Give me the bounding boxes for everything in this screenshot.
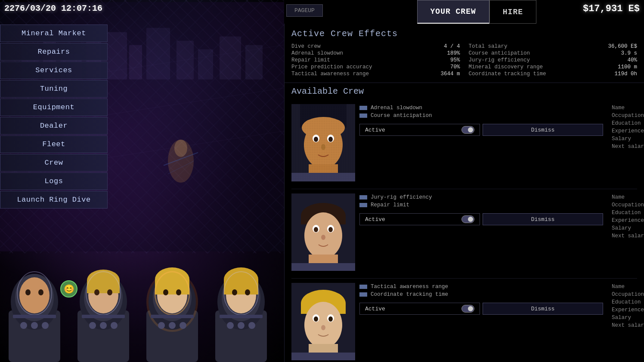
toggle-1[interactable] <box>461 215 474 223</box>
money-display: $17,931 E$ <box>583 3 640 14</box>
svg-point-43 <box>111 322 118 329</box>
active-toggle-2[interactable]: Active <box>359 303 480 315</box>
sidebar-item-launch-ring-dive[interactable]: Launch Ring Dive <box>0 191 108 209</box>
crew-effects-section: Active Crew Effects Dive crew 4 / 4 Adre… <box>285 24 644 83</box>
effect-coord-tracking: Coordinate tracking time 119d 0h <box>469 71 638 77</box>
svg-rect-10 <box>220 37 241 80</box>
crew-abilities-0: Adrenal slowdown Course anticipation Act… <box>355 104 607 184</box>
crew-stats-0: NameCaleb Schmidt OccupationPilot Educat… <box>607 104 644 184</box>
crew-portrait-2 <box>291 283 355 360</box>
svg-point-68 <box>227 322 234 329</box>
crew-actions-0: Active Dismiss <box>359 124 603 136</box>
svg-point-41 <box>89 322 96 329</box>
top-bar: 2276/03/20 12:07:16 PAGEUP Your Crew Hir… <box>0 0 644 24</box>
sidebar: Mineral Market Repairs Services Tuning E… <box>0 24 112 209</box>
dismiss-button-2[interactable]: Dismiss <box>483 303 603 315</box>
ability-row-0-0: Adrenal slowdown <box>359 104 603 112</box>
dismiss-button-0[interactable]: Dismiss <box>483 124 603 136</box>
crew-portrait-1 <box>291 193 355 271</box>
svg-point-25 <box>38 289 43 295</box>
active-toggle-0[interactable]: Active <box>359 124 480 136</box>
crew-actions-2: Active Dismiss <box>359 303 603 315</box>
crew-portrait-0 <box>291 104 355 181</box>
svg-rect-63 <box>224 279 258 295</box>
main-panel: Active Crew Effects Dive crew 4 / 4 Adre… <box>284 24 644 362</box>
active-toggle-1[interactable]: Active <box>359 213 480 225</box>
sidebar-item-crew[interactable]: Crew <box>0 154 108 172</box>
svg-point-24 <box>25 289 31 295</box>
effects-right-col: Total salary 36,600 E$ Course anticipati… <box>469 43 638 77</box>
portrait-2 <box>69 242 138 362</box>
svg-point-28 <box>20 322 27 329</box>
svg-point-99 <box>314 227 318 232</box>
sidebar-item-mineral-market[interactable]: Mineral Market <box>0 25 108 42</box>
sidebar-item-dealer[interactable]: Dealer <box>0 117 108 135</box>
sidebar-item-tuning[interactable]: Tuning <box>0 80 108 98</box>
svg-rect-36 <box>87 280 120 293</box>
svg-point-122 <box>328 316 333 322</box>
portrait-4 <box>207 242 276 362</box>
svg-point-29 <box>31 322 38 329</box>
svg-point-23 <box>19 277 50 313</box>
svg-rect-11 <box>245 45 263 80</box>
tab-your-crew[interactable]: Your Crew <box>417 0 489 24</box>
crew-card-2: Tactical awareness range Coordinate trac… <box>291 279 637 362</box>
tab-hire[interactable]: Hire <box>489 0 536 24</box>
ability-icon-1-1 <box>359 203 367 207</box>
crew-card-0: Adrenal slowdown Course anticipation Act… <box>291 100 637 189</box>
toggle-0[interactable] <box>461 126 474 134</box>
effect-dive-crew: Dive crew 4 / 4 <box>291 43 460 50</box>
effect-total-salary: Total salary 36,600 E$ <box>469 43 638 50</box>
svg-point-38 <box>107 289 112 295</box>
svg-rect-54 <box>151 315 194 318</box>
ability-row-2-0: Tactical awareness range <box>359 283 603 291</box>
sidebar-item-services[interactable]: Services <box>0 61 108 79</box>
effect-course-anticipation: Course anticipation 3.9 s <box>469 50 638 57</box>
svg-rect-7 <box>146 28 170 80</box>
svg-point-69 <box>238 322 245 329</box>
svg-rect-104 <box>291 263 355 271</box>
svg-point-120 <box>314 316 318 322</box>
crew-stats-1: NameLeona Blackwell OccupationMechanic E… <box>607 193 644 274</box>
svg-point-101 <box>328 227 333 232</box>
svg-point-30 <box>42 322 49 329</box>
datetime-display: 2276/03/20 12:07:16 <box>4 3 102 13</box>
effect-jury-rig: Jury-rig efficiency 40% <box>469 57 638 64</box>
toggle-2[interactable] <box>461 305 474 313</box>
available-crew-section: Available Crew <box>285 83 644 362</box>
character-portraits <box>0 224 284 362</box>
dismiss-button-1[interactable]: Dismiss <box>483 213 603 225</box>
svg-point-51 <box>163 289 168 295</box>
ability-icon-2-0 <box>359 285 367 289</box>
sidebar-item-repairs[interactable]: Repairs <box>0 43 108 61</box>
svg-point-65 <box>245 289 250 295</box>
svg-point-17 <box>174 140 187 157</box>
sidebar-item-fleet[interactable]: Fleet <box>0 135 108 153</box>
svg-point-37 <box>94 289 99 295</box>
pageup-button[interactable]: PAGEUP <box>286 4 323 17</box>
effects-left-col: Dive crew 4 / 4 Adrenal slowdown 189% Re… <box>291 43 460 77</box>
svg-point-102 <box>321 235 325 240</box>
portrait-1 <box>0 242 69 362</box>
ability-icon-2-1 <box>359 292 367 297</box>
effect-tactical-range: Tactical awareness range 3644 m <box>291 71 460 77</box>
crew-stats-2: NameLevi Suen OccupationAstrogator Educa… <box>607 283 644 362</box>
crew-card-1: Jury-rig efficiency Repair limit Active <box>291 189 637 279</box>
effect-price-prediction: Price prediction accuracy 70% <box>291 64 460 71</box>
effect-adrenal-slowdown: Adrenal slowdown 189% <box>291 50 460 57</box>
effect-repair-limit: Repair limit 95% <box>291 57 460 64</box>
portrait-3 <box>138 242 207 362</box>
svg-rect-67 <box>220 315 263 318</box>
effects-columns: Dive crew 4 / 4 Adrenal slowdown 189% Re… <box>291 43 637 77</box>
svg-point-64 <box>232 289 237 295</box>
svg-rect-82 <box>291 104 355 181</box>
ability-icon-0-1 <box>359 114 367 118</box>
svg-point-123 <box>321 325 325 330</box>
crew-abilities-2: Tactical awareness range Coordinate trac… <box>355 283 607 362</box>
available-crew-title: Available Crew <box>291 86 637 96</box>
ability-icon-0-0 <box>359 106 367 110</box>
svg-point-42 <box>100 322 107 329</box>
sidebar-item-equipment[interactable]: Equipment <box>0 98 108 116</box>
sidebar-item-logs[interactable]: Logs <box>0 172 108 190</box>
svg-point-55 <box>158 322 165 329</box>
